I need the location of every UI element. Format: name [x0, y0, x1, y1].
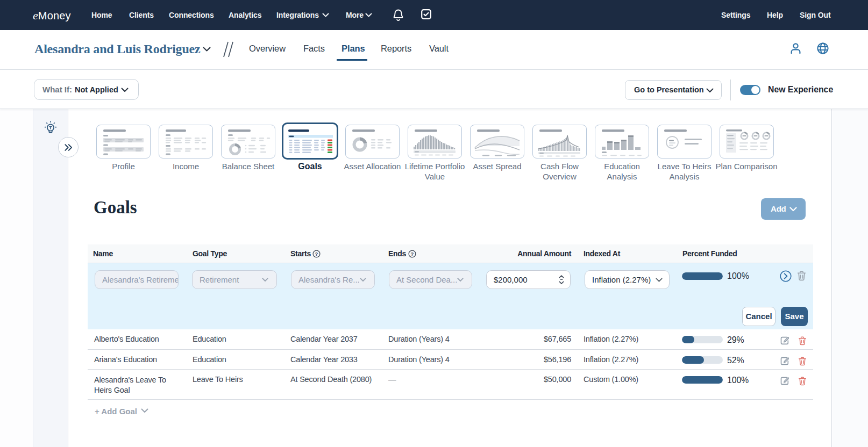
svg-text:?: ?: [315, 251, 318, 257]
svg-text:?: ?: [411, 251, 414, 257]
